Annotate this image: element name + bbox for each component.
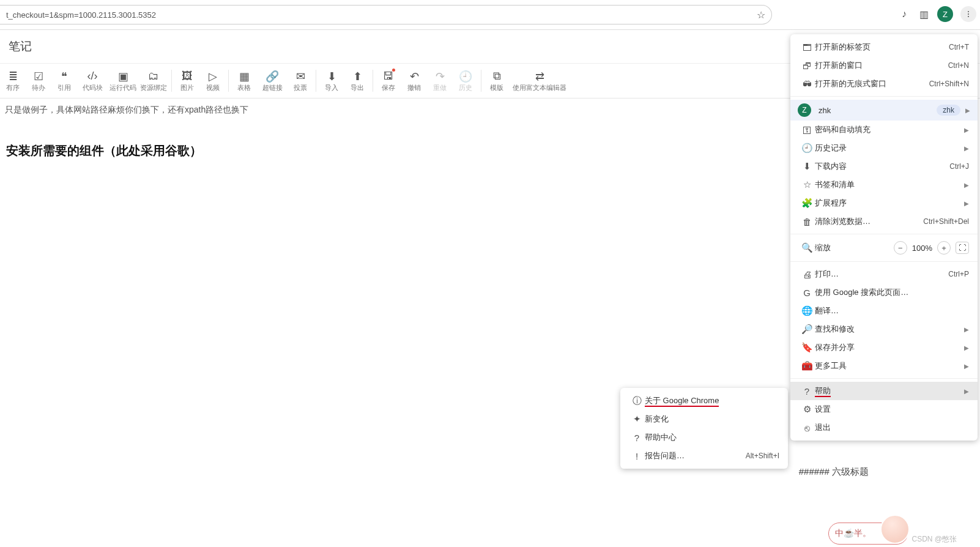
- zoom-value: 100%: [912, 244, 932, 253]
- menu-item-扩展程序[interactable]: 🧩扩展程序▶: [790, 194, 978, 212]
- toolbar-icon: ⬆: [353, 70, 362, 83]
- toolbar-模版[interactable]: ⧉模版: [484, 66, 510, 95]
- floating-widget[interactable]: 中☕半。: [828, 523, 908, 545]
- toolbar-icon: 🔗: [265, 70, 279, 83]
- menu-item-历史记录[interactable]: 🕘历史记录▶: [790, 139, 978, 157]
- toolbar-label: 图片: [180, 83, 194, 92]
- zoom-out-button[interactable]: −: [894, 241, 907, 255]
- document-title: 笔记: [9, 39, 32, 54]
- chrome-menu-button[interactable]: [960, 6, 976, 22]
- menu-item-设置[interactable]: ⚙设置: [790, 400, 978, 419]
- toolbar-代码块[interactable]: ‹/›代码块: [77, 66, 108, 95]
- toolbar-icon: ▷: [209, 70, 217, 83]
- chrome-main-menu: 🗔打开新的标签页Ctrl+T🗗打开新的窗口Ctrl+N🕶打开新的无痕式窗口Ctr…: [790, 34, 978, 441]
- menu-item-翻译…[interactable]: 🌐翻译…: [790, 302, 978, 320]
- menu-item-帮助中心[interactable]: ?帮助中心: [620, 428, 788, 447]
- menu-item-报告问题…[interactable]: !报告问题…Alt+Shift+I: [620, 447, 788, 465]
- toolbar-label: 模版: [490, 83, 503, 92]
- toolbar-使用富文本编辑器[interactable]: ⇄使用富文本编辑器: [510, 66, 570, 95]
- toolbar-label: 投票: [294, 83, 307, 92]
- toolbar-保存[interactable]: 🖫保存: [376, 66, 401, 95]
- address-bar[interactable]: t_checkout=1&spm=1000.2115.3001.5352 ☆: [0, 5, 772, 24]
- fullscreen-button[interactable]: ⛶: [956, 242, 969, 254]
- toolbar-icon: ⇄: [535, 70, 544, 83]
- toolbar-icon: ▦: [239, 70, 250, 83]
- chevron-right-icon: ▶: [964, 127, 969, 133]
- bookmark-star-icon[interactable]: ☆: [757, 9, 765, 21]
- menu-item-密码和自动填充[interactable]: ⚿密码和自动填充▶: [790, 121, 978, 139]
- menu-label: 关于 Google Chrome: [645, 395, 779, 406]
- toolbar-label: 使用富文本编辑器: [513, 83, 566, 92]
- menu-label: 退出: [815, 422, 969, 433]
- help-submenu: ⓘ关于 Google Chrome✦新变化?帮助中心!报告问题…Alt+Shif…: [620, 388, 788, 469]
- profile-avatar[interactable]: Z: [937, 6, 953, 22]
- menu-item-保存并分享[interactable]: 🔖保存并分享▶: [790, 338, 978, 357]
- toolbar-label: 导出: [351, 83, 364, 92]
- music-icon[interactable]: ♪: [898, 8, 910, 20]
- watermark: CSDN @憋张: [911, 534, 957, 545]
- menu-item-书签和清单[interactable]: ☆书签和清单▶: [790, 176, 978, 194]
- 🗗-icon: 🗗: [799, 61, 815, 71]
- G-icon: G: [799, 288, 815, 298]
- 🔎-icon: 🔎: [799, 324, 815, 335]
- outline-h6[interactable]: ###### 六级标题: [799, 466, 869, 478]
- panel-icon[interactable]: ▥: [918, 8, 930, 20]
- menu-item-打开新的标签页[interactable]: 🗔打开新的标签页Ctrl+T: [790, 38, 978, 56]
- toolbar-超链接[interactable]: 🔗超链接: [257, 66, 288, 95]
- menu-item-退出[interactable]: ⎋退出: [790, 419, 978, 437]
- menu-item-帮助[interactable]: ?帮助▶: [790, 382, 978, 400]
- toolbar-icon: 🗂: [148, 70, 159, 83]
- zoom-icon: 🔍: [799, 242, 815, 253]
- toolbar-引用[interactable]: ❝引用: [51, 66, 77, 95]
- toolbar-重做[interactable]: ↷重做: [427, 66, 453, 95]
- toolbar-待办[interactable]: ☑待办: [26, 66, 51, 95]
- toolbar-导出[interactable]: ⬆导出: [344, 66, 370, 95]
- menu-item-打开新的窗口[interactable]: 🗗打开新的窗口Ctrl+N: [790, 56, 978, 75]
- toolbar-图片[interactable]: 🖼图片: [174, 66, 200, 95]
- menu-item-打开新的无痕式窗口[interactable]: 🕶打开新的无痕式窗口Ctrl+Shift+N: [790, 75, 978, 93]
- chevron-right-icon: ▶: [964, 182, 969, 188]
- zoom-in-button[interactable]: +: [937, 241, 951, 255]
- toolbar-投票[interactable]: ✉投票: [288, 66, 313, 95]
- menu-label: 更多工具: [815, 360, 959, 371]
- menu-item-关于 Google Chrome[interactable]: ⓘ关于 Google Chrome: [620, 392, 788, 410]
- menu-item-清除浏览数据…[interactable]: 🗑清除浏览数据…Ctrl+Shift+Del: [790, 212, 978, 231]
- menu-label: 密码和自动填充: [815, 124, 959, 135]
- menu-label: 设置: [815, 404, 969, 415]
- menu-item-下载内容[interactable]: ⬇下载内容Ctrl+J: [790, 157, 978, 176]
- ?-icon: ?: [799, 386, 815, 396]
- menu-label: 帮助: [815, 385, 959, 396]
- 🕶-icon: 🕶: [799, 79, 815, 89]
- menu-item-新变化[interactable]: ✦新变化: [620, 410, 788, 428]
- 🗔-icon: 🗔: [799, 42, 815, 53]
- ⎋-icon: ⎋: [799, 423, 815, 433]
- toolbar-历史[interactable]: 🕘历史: [453, 66, 478, 95]
- toolbar-icon: ⧉: [493, 70, 501, 83]
- toolbar-表格[interactable]: ▦表格: [231, 66, 257, 95]
- toolbar-资源绑定[interactable]: 🗂资源绑定: [138, 66, 169, 95]
- toolbar-icon: 🕘: [459, 70, 472, 83]
- url-text: t_checkout=1&spm=1000.2115.3001.5352: [6, 10, 757, 20]
- ⬇-icon: ⬇: [799, 161, 815, 172]
- toolbar-运行代码[interactable]: ▣运行代码: [108, 66, 138, 95]
- toolbar-icon: ☑: [34, 70, 43, 83]
- toolbar-视频[interactable]: ▷视频: [200, 66, 226, 95]
- menu-label: 下载内容: [815, 161, 949, 172]
- toolbar-label: 代码块: [83, 83, 103, 92]
- toolbar-label: 导入: [325, 83, 338, 92]
- toolbar-icon: ↶: [410, 70, 419, 83]
- toolbar-导入[interactable]: ⬇导入: [319, 66, 344, 95]
- toolbar-label: 表格: [237, 83, 251, 92]
- toolbar-有序[interactable]: ≣有序: [0, 66, 26, 95]
- toolbar-label: 资源绑定: [140, 83, 167, 92]
- menu-label: 翻译…: [815, 305, 969, 316]
- toolbar-label: 引用: [58, 83, 71, 92]
- toolbar-撤销[interactable]: ↶撤销: [401, 66, 427, 95]
- menu-item-打印…[interactable]: 🖨打印…Ctrl+P: [790, 265, 978, 283]
- menu-profile-row[interactable]: Zzhkzhk▶: [790, 100, 978, 121]
- menu-item-使用 Google 搜索此页面…[interactable]: G使用 Google 搜索此页面…: [790, 283, 978, 302]
- menu-item-更多工具[interactable]: 🧰更多工具▶: [790, 357, 978, 375]
- menu-item-查找和修改[interactable]: 🔎查找和修改▶: [790, 320, 978, 338]
- menu-label: 书签和清单: [815, 179, 959, 190]
- toolbar-icon: 🖼: [182, 70, 193, 83]
